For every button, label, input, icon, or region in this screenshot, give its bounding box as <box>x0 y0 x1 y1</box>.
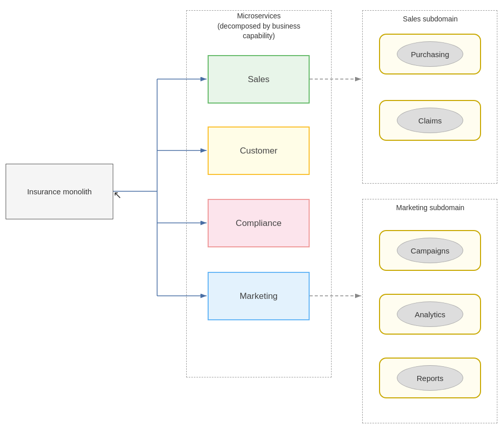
canvas: Insurance monolith Microservices (decomp… <box>0 0 504 431</box>
sales-subdomain-container: Sales subdomain Purchasing Claims <box>362 10 497 184</box>
marketing-subdomain-title: Marketing subdomain <box>363 204 498 212</box>
service-box-compliance: Compliance <box>208 199 310 247</box>
subdomain-item-analytics: Analytics <box>379 294 481 335</box>
service-label-customer: Customer <box>240 146 278 156</box>
service-box-customer: Customer <box>208 126 310 175</box>
claims-oval: Claims <box>397 108 463 133</box>
subdomain-item-purchasing: Purchasing <box>379 34 481 74</box>
sales-subdomain-title: Sales subdomain <box>363 15 498 23</box>
monolith-box: Insurance monolith <box>6 164 113 219</box>
service-label-marketing: Marketing <box>240 291 278 301</box>
reports-oval: Reports <box>397 365 463 391</box>
purchasing-oval: Purchasing <box>397 41 463 67</box>
service-label-compliance: Compliance <box>236 218 282 229</box>
cursor: ↖ <box>113 189 122 201</box>
campaigns-oval: Campaigns <box>397 238 463 263</box>
service-box-sales: Sales <box>208 55 310 104</box>
analytics-oval: Analytics <box>397 301 463 327</box>
microservices-title: Microservices (decomposed by business ca… <box>186 11 332 41</box>
service-box-marketing: Marketing <box>208 272 310 320</box>
service-label-sales: Sales <box>248 74 270 85</box>
subdomain-item-campaigns: Campaigns <box>379 230 481 271</box>
subdomain-item-claims: Claims <box>379 100 481 141</box>
monolith-label: Insurance monolith <box>27 187 92 196</box>
marketing-subdomain-container: Marketing subdomain Campaigns Analytics … <box>362 199 497 423</box>
subdomain-item-reports: Reports <box>379 358 481 398</box>
